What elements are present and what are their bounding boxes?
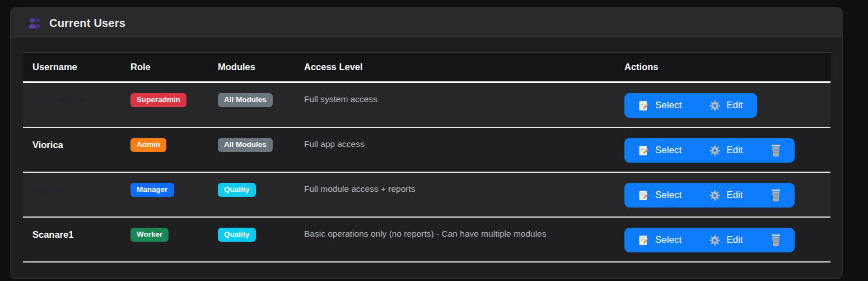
select-button-label: Select <box>655 234 682 246</box>
panel-body: Username Role Modules Access Level Actio… <box>11 39 842 262</box>
col-header-actions: Actions <box>615 53 830 82</box>
role-badge: Admin <box>130 138 166 152</box>
edit-button[interactable]: Edit <box>696 183 757 208</box>
edit-button[interactable]: Edit <box>696 138 757 163</box>
col-header-modules: Modules <box>208 53 295 82</box>
trash-icon <box>770 144 782 157</box>
select-button[interactable]: Select <box>624 183 696 208</box>
role-badge: Manager <box>130 183 174 197</box>
access-level-text: Full system access <box>304 93 377 105</box>
current-users-panel: Current Users Username Role Modules Acce… <box>10 7 843 279</box>
username: Scanare1 <box>32 228 73 241</box>
select-button[interactable]: Select <box>624 93 696 118</box>
trash-icon <box>770 234 782 247</box>
users-table: Username Role Modules Access Level Actio… <box>23 52 830 262</box>
edit-button-label: Edit <box>726 145 743 156</box>
username: Ciprian <box>32 183 64 196</box>
module-badge: All Modules <box>218 138 273 152</box>
table-header: Username Role Modules Access Level Actio… <box>23 53 830 82</box>
access-level-text: Full module access + reports <box>304 183 416 195</box>
edit-button-label: Edit <box>726 100 743 111</box>
gear-icon <box>710 190 720 201</box>
access-level-text: Basic operations only (no reports) - Can… <box>304 228 547 240</box>
panel-title: Current Users <box>49 17 125 30</box>
actions-group: Select Edit <box>624 183 795 208</box>
actions-group: Select Edit <box>624 93 757 118</box>
role-badge: Superadmin <box>130 93 186 107</box>
select-button-label: Select <box>655 100 682 111</box>
access-level-text: Full app access <box>304 138 365 150</box>
delete-button[interactable] <box>757 138 795 163</box>
col-header-username: Username <box>23 53 121 82</box>
col-header-access-level: Access Level <box>295 53 615 82</box>
memo-icon <box>638 100 649 111</box>
memo-icon <box>638 145 649 156</box>
select-button-label: Select <box>655 190 682 201</box>
edit-button[interactable]: Edit <box>696 228 757 252</box>
gear-icon <box>710 145 720 156</box>
module-badge: All Modules <box>218 93 273 107</box>
select-button[interactable]: Select <box>624 228 696 252</box>
delete-button[interactable] <box>757 183 795 208</box>
role-badge: Worker <box>130 228 169 242</box>
select-button-label: Select <box>655 145 682 156</box>
col-header-role: Role <box>121 53 208 82</box>
table-row: Scanare1 Worker Quality Basic operations… <box>23 217 830 262</box>
username: superadmin <box>32 93 85 107</box>
select-button[interactable]: Select <box>624 138 696 163</box>
gear-icon <box>710 235 720 246</box>
module-badge: Quality <box>218 183 256 197</box>
delete-button[interactable] <box>757 228 795 252</box>
edit-button[interactable]: Edit <box>696 93 757 118</box>
username: Viorica <box>32 138 63 151</box>
edit-button-label: Edit <box>726 234 743 246</box>
table-row: Ciprian Manager Quality Full module acce… <box>23 172 830 217</box>
gear-icon <box>710 100 720 111</box>
edit-button-label: Edit <box>726 190 743 201</box>
actions-group: Select Edit <box>624 228 795 252</box>
table-row: superadmin Superadmin All Modules Full s… <box>23 82 830 128</box>
trash-icon <box>770 189 782 202</box>
table-row: Viorica Admin All Modules Full app acces… <box>23 127 830 172</box>
memo-icon <box>638 190 649 201</box>
users-icon <box>27 16 42 30</box>
module-badge: Quality <box>218 228 256 242</box>
actions-group: Select Edit <box>624 138 795 163</box>
memo-icon <box>638 235 649 246</box>
panel-header: Current Users <box>11 8 842 39</box>
